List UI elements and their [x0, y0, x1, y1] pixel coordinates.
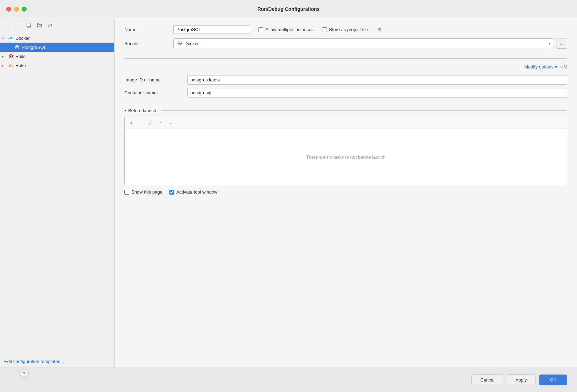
allow-multiple-label: Allow multiple instances [265, 27, 314, 32]
activate-window-checkbox-input[interactable] [169, 190, 174, 195]
server-dropdown[interactable]: 🐳 Docker ▾ [173, 38, 554, 48]
launch-options-row: Show this page Activate tool window [124, 189, 567, 195]
docker-icon [8, 35, 14, 41]
close-button[interactable] [6, 7, 11, 12]
image-id-row: Image ID or name: [124, 75, 567, 85]
sidebar-item-postgresql-label: PostgreSQL [22, 45, 46, 50]
copy-config-button[interactable] [24, 21, 34, 30]
svg-rect-1 [27, 23, 30, 27]
traffic-lights [6, 7, 27, 12]
window-title: Run/Debug Configurations [257, 6, 320, 12]
show-page-label: Show this page [131, 189, 162, 195]
rake-icon [8, 62, 14, 68]
sidebar-item-docker-label: Docker [15, 36, 30, 41]
sidebar-item-rake-label: Rake [15, 63, 26, 68]
title-bar: Run/Debug Configurations [0, 0, 577, 18]
activate-window-label: Activate tool window [176, 189, 218, 195]
store-as-project-checkbox[interactable]: Store as project file [322, 27, 368, 32]
modify-options-row: Modify options ▾ ⌥M [124, 64, 567, 70]
svg-rect-5 [11, 38, 12, 39]
postgresql-icon [14, 44, 20, 50]
activate-window-checkbox[interactable]: Activate tool window [169, 189, 218, 195]
server-row: Server: 🐳 Docker ▾ ... [124, 38, 567, 49]
edit-task-button[interactable] [147, 119, 155, 127]
sidebar-tree: ▾ Docker [0, 32, 114, 355]
sort-button[interactable] [45, 21, 54, 30]
docker-whale-icon: 🐳 [176, 41, 182, 46]
gear-icon[interactable]: ⚙ [378, 27, 382, 32]
store-project-label: Store as project file [329, 27, 368, 32]
add-task-button[interactable]: + [127, 119, 135, 127]
before-launch-title: Before launch [128, 108, 156, 113]
image-id-input[interactable] [187, 75, 567, 85]
svg-rect-3 [10, 38, 11, 39]
tasks-empty-message: There are no tasks to run before launch [125, 129, 567, 185]
server-more-button[interactable]: ... [556, 38, 567, 49]
main-layout: + − [0, 18, 577, 368]
apply-button[interactable]: Apply [507, 375, 536, 385]
move-up-task-button[interactable] [157, 119, 165, 127]
help-button[interactable]: ? [20, 369, 29, 378]
checkbox-group: Allow multiple instances Store as projec… [258, 27, 382, 32]
name-row: Name: Allow multiple instances Store as … [124, 25, 567, 34]
before-launch-header: ▾ Before launch [124, 108, 567, 113]
server-label: Server: [124, 41, 173, 46]
svg-text:R: R [10, 55, 12, 58]
chevron-right-icon: ▸ [2, 64, 8, 67]
svg-rect-2 [8, 38, 9, 39]
collapse-arrow-icon[interactable]: ▾ [124, 109, 126, 112]
minimize-button[interactable] [14, 7, 19, 12]
before-launch-section: ▾ Before launch + − [124, 108, 567, 195]
sidebar-item-rake[interactable]: ▸ Rake [0, 61, 114, 70]
image-id-label: Image ID or name: [124, 77, 187, 82]
store-project-checkbox-input[interactable] [322, 27, 327, 32]
svg-line-13 [12, 65, 12, 67]
svg-rect-4 [10, 37, 11, 38]
name-input[interactable] [173, 25, 250, 34]
content-area: Name: Allow multiple instances Store as … [115, 18, 577, 368]
rails-icon: R [8, 53, 14, 59]
modify-options-shortcut: ⌥M [559, 65, 567, 70]
tasks-container: + − [124, 117, 567, 185]
edit-templates-link[interactable]: Edit configuration templates... [4, 359, 64, 364]
dropdown-arrow-icon: ▾ [549, 41, 551, 46]
sidebar-footer: Edit configuration templates... [0, 355, 114, 368]
sidebar: + − [0, 18, 115, 368]
svg-line-11 [9, 65, 10, 67]
cancel-button[interactable]: Cancel [472, 375, 503, 385]
modify-options-label: Modify options [524, 64, 554, 70]
ok-button[interactable]: OK [539, 375, 567, 385]
move-down-task-button[interactable] [167, 119, 174, 127]
chevron-down-icon: ▾ [2, 36, 8, 40]
container-name-row: Container name: [124, 88, 567, 97]
move-to-folder-button[interactable] [35, 21, 44, 30]
sidebar-toolbar: + − [0, 18, 114, 32]
divider [124, 58, 567, 59]
tasks-toolbar: + − [125, 117, 567, 129]
svg-point-7 [15, 45, 19, 47]
sidebar-item-docker[interactable]: ▾ Docker [0, 34, 114, 43]
svg-rect-6 [11, 37, 12, 38]
server-value: Docker [184, 41, 199, 46]
remove-config-button[interactable]: − [14, 21, 23, 30]
show-page-checkbox[interactable]: Show this page [124, 189, 162, 195]
modify-options-button[interactable]: Modify options ▾ [524, 64, 557, 70]
allow-multiple-instances-checkbox[interactable]: Allow multiple instances [258, 27, 314, 32]
remove-task-button[interactable]: − [137, 119, 145, 127]
server-select-wrapper: 🐳 Docker ▾ ... [173, 38, 567, 49]
chevron-right-icon: ▸ [2, 55, 8, 58]
allow-multiple-checkbox-input[interactable] [258, 27, 263, 32]
add-config-button[interactable]: + [3, 21, 13, 30]
sidebar-item-rails-label: Rails [15, 54, 25, 59]
container-name-input[interactable] [187, 88, 567, 97]
show-page-checkbox-input[interactable] [124, 190, 129, 195]
maximize-button[interactable] [22, 7, 27, 12]
bottom-bar: ? Cancel Apply OK [0, 368, 577, 392]
name-label: Name: [124, 27, 173, 32]
sidebar-item-rails[interactable]: ▸ R Rails [0, 52, 114, 61]
before-launch-divider [161, 110, 567, 111]
sidebar-item-postgresql[interactable]: PostgreSQL [0, 43, 114, 52]
bottom-bar-wrapper: ? Cancel Apply OK [0, 368, 577, 392]
container-name-label: Container name: [124, 90, 187, 95]
svg-rect-10 [9, 65, 13, 65]
